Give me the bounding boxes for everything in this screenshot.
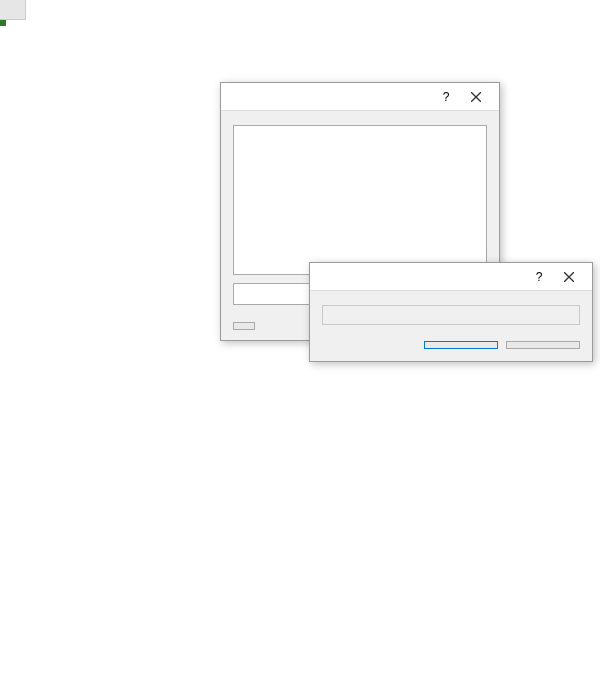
column-headers <box>0 0 600 20</box>
goto-titlebar[interactable]: ? <box>221 83 499 111</box>
special-titlebar[interactable]: ? <box>310 263 592 291</box>
help-icon[interactable]: ? <box>431 87 461 107</box>
special-button[interactable] <box>233 322 255 330</box>
goto-listbox[interactable] <box>233 125 487 275</box>
goto-special-dialog: ? <box>309 262 593 362</box>
fill-handle[interactable] <box>0 20 6 26</box>
select-all-corner[interactable] <box>0 0 26 20</box>
close-icon[interactable] <box>461 87 491 107</box>
select-groupbox <box>322 305 580 325</box>
help-icon[interactable]: ? <box>524 267 554 287</box>
ok-button[interactable] <box>424 341 498 349</box>
close-icon[interactable] <box>554 267 584 287</box>
cancel-button[interactable] <box>506 341 580 349</box>
